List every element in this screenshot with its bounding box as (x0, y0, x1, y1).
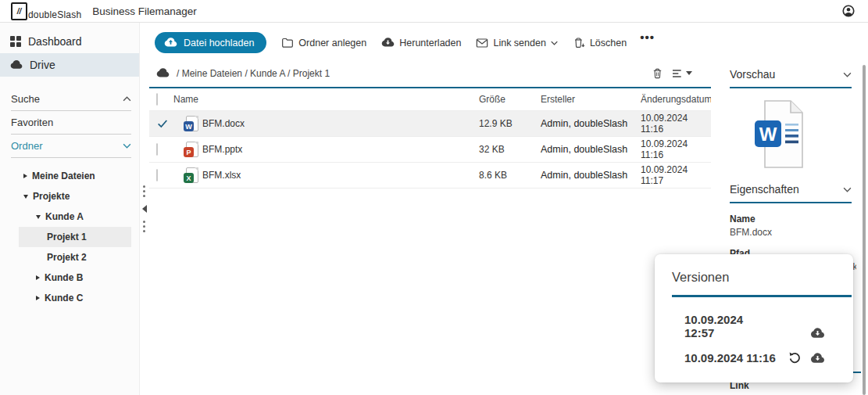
row-checkbox[interactable] (156, 169, 158, 181)
file-modified: 10.09.2024 11:16 (641, 138, 711, 160)
version-row-previous: 10.09.2024 11:16 (684, 350, 825, 364)
chevron-down-icon (843, 72, 852, 77)
view-sort-button[interactable] (671, 68, 692, 79)
chevron-down-icon (551, 41, 558, 45)
download-version-button[interactable] (810, 326, 825, 339)
sidebar-item-label: Drive (30, 59, 55, 71)
chevron-up-icon (123, 96, 131, 102)
properties-section-header[interactable]: Eigenschaften (730, 183, 852, 196)
delete-button[interactable]: Löschen (573, 37, 627, 49)
drag-handle-dots-icon (143, 185, 145, 197)
logo-text: doubleSlash (28, 9, 81, 20)
tree-item-projekte[interactable]: Projekte (0, 186, 139, 206)
cloud-icon (10, 59, 23, 71)
restore-version-button[interactable] (788, 350, 802, 364)
file-creator: Admin, doubleSlash (541, 144, 641, 155)
caret-down-icon (686, 71, 692, 75)
select-all-checkbox[interactable] (156, 93, 158, 106)
version-timestamp: 10.09.2024 11:16 (684, 351, 788, 364)
column-header-name[interactable]: Name (173, 94, 479, 105)
versions-title-underline (672, 295, 852, 297)
expander-collapsed-icon[interactable] (36, 275, 40, 280)
toolbar: Datei hochladen Ordner anlegen Herunterl… (155, 32, 711, 53)
download-label: Herunterladen (399, 38, 461, 48)
sidebar-item-label: Dashboard (28, 35, 82, 48)
doubleslash-logo[interactable]: // doubleSlash (11, 2, 81, 20)
trash-delete-icon (573, 37, 585, 49)
expander-expanded-icon[interactable] (36, 215, 41, 219)
file-modified: 10.09.2024 11:17 (641, 164, 711, 186)
excel-file-icon: X (184, 167, 199, 183)
sidebar: Dashboard Drive Suche Favoriten Ordner M… (0, 23, 140, 395)
expander-expanded-icon[interactable] (23, 195, 28, 199)
row-checkbox[interactable] (156, 143, 158, 156)
cloud-upload-icon (164, 36, 177, 49)
table-row-bfm-docx[interactable]: W BFM.docx 12.9 KB Admin, doubleSlash 10… (149, 111, 711, 137)
column-header-modified[interactable]: Änderungsdatum (641, 94, 712, 105)
main-content: Datei hochladen Ordner anlegen Herunterl… (149, 23, 711, 395)
list-sort-icon (671, 68, 684, 79)
sidebar-section-suche[interactable]: Suche (11, 88, 131, 111)
preview-section-header[interactable]: Vorschau (730, 68, 852, 81)
tree-item-projekt-1[interactable]: Projekt 1 (19, 227, 131, 247)
checkbox-checked-icon[interactable] (156, 118, 169, 129)
tree-item-kunde-b[interactable]: Kunde B (0, 268, 139, 288)
sidebar-item-dashboard[interactable]: Dashboard (0, 30, 139, 53)
version-row-latest: 10.09.2024 12:57 (684, 313, 825, 339)
expander-collapsed-icon[interactable] (23, 174, 27, 178)
folder-icon (281, 37, 294, 48)
business-filemanager-app: // doubleSlash Business Filemanager Dash… (0, 0, 868, 395)
dashboard-grid-icon (10, 36, 21, 47)
create-folder-button[interactable]: Ordner anlegen (281, 37, 366, 48)
column-header-creator[interactable]: Ersteller (541, 94, 641, 105)
file-name: BFM.pptx (202, 144, 242, 155)
download-version-button[interactable] (810, 351, 825, 364)
section-label: Favoriten (11, 117, 53, 128)
table-row-bfm-pptx[interactable]: P BFM.pptx 32 KB Admin, doubleSlash 10.0… (149, 137, 711, 163)
preview-title: Vorschau (730, 68, 775, 81)
tree-item-kunde-a[interactable]: Kunde A (0, 206, 139, 227)
chevron-down-icon (843, 187, 852, 192)
download-button[interactable]: Herunterladen (381, 36, 461, 49)
sidebar-item-drive[interactable]: Drive (0, 53, 139, 77)
file-modified: 10.09.2024 11:16 (641, 113, 711, 135)
user-account-button[interactable] (841, 4, 855, 18)
table-header: Name Größe Ersteller Änderungsdatum (149, 88, 711, 111)
tree-item-kunde-c[interactable]: Kunde C (0, 288, 139, 308)
word-file-icon: W (184, 116, 199, 131)
tree-item-projekt-2[interactable]: Projekt 2 (0, 247, 139, 268)
restore-icon (788, 350, 802, 364)
user-account-icon (841, 4, 855, 18)
tree-item-label: Kunde B (45, 272, 83, 283)
tree-item-label: Projekt 1 (47, 232, 87, 242)
sidebar-splitter[interactable] (139, 23, 149, 395)
cloud-root-icon[interactable] (156, 66, 170, 80)
powerpoint-file-icon: P (184, 142, 199, 157)
section-label: Ordner (11, 140, 42, 152)
table-row-bfm-xlsx[interactable]: X BFM.xlsx 8.6 KB Admin, doubleSlash 10.… (149, 163, 711, 189)
sidebar-section-ordner[interactable]: Ordner (11, 135, 131, 158)
breadcrumb[interactable]: / Meine Dateien / Kunde A / Projekt 1 (177, 68, 330, 79)
trash-view-button[interactable] (652, 67, 663, 80)
version-timestamp: 10.09.2024 12:57 (684, 313, 810, 339)
file-preview: W (711, 99, 852, 170)
vertical-scrollbar[interactable] (863, 65, 866, 395)
word-document-preview-icon: W (753, 99, 809, 170)
section-divider (730, 87, 852, 88)
trash-icon (652, 67, 663, 80)
upload-file-button[interactable]: Datei hochladen (155, 32, 266, 53)
expander-collapsed-icon[interactable] (36, 296, 40, 300)
file-name: BFM.xlsx (202, 170, 241, 181)
more-actions-button[interactable]: ••• (640, 34, 655, 41)
file-size: 12.9 KB (479, 118, 541, 129)
column-header-size[interactable]: Größe (479, 94, 541, 105)
send-link-button[interactable]: Link senden (476, 38, 557, 48)
properties-title: Eigenschaften (730, 183, 799, 196)
property-name-value: BFM.docx (730, 227, 856, 238)
tree-item-meine-dateien[interactable]: Meine Dateien (0, 166, 139, 186)
version-actions (810, 326, 825, 339)
tree-item-label: Projekt 2 (47, 252, 87, 263)
sidebar-section-favoriten[interactable]: Favoriten (11, 111, 131, 135)
file-name: BFM.docx (202, 118, 245, 129)
collapse-sidebar-arrow-icon[interactable] (142, 205, 147, 213)
